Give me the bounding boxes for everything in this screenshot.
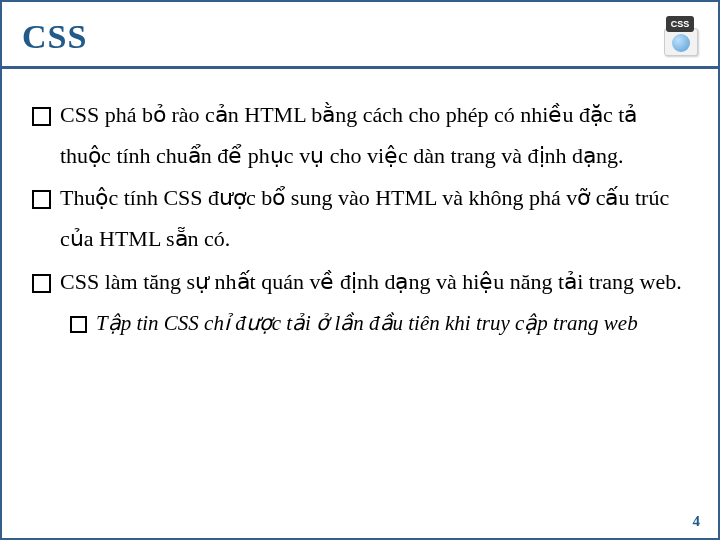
sub-bullet-list: Tập tin CSS chỉ được tải ở lần đầu tiên … <box>70 304 688 343</box>
css-badge: CSS <box>666 16 694 32</box>
bullet-list: CSS phá bỏ rào cản HTML bằng cách cho ph… <box>32 95 688 343</box>
slide-content: CSS phá bỏ rào cản HTML bằng cách cho ph… <box>2 69 718 343</box>
bullet-item: CSS làm tăng sự nhất quán về định dạng v… <box>32 262 688 344</box>
globe-shape <box>672 34 690 52</box>
slide-header: CSS CSS <box>2 2 718 69</box>
bullet-item: Thuộc tính CSS được bổ sung vào HTML và … <box>32 178 688 259</box>
slide-title: CSS <box>22 18 87 56</box>
bullet-item: CSS phá bỏ rào cản HTML bằng cách cho ph… <box>32 95 688 176</box>
bullet-text: CSS làm tăng sự nhất quán về định dạng v… <box>60 269 682 294</box>
css-file-icon: CSS <box>652 16 698 58</box>
sub-bullet-item: Tập tin CSS chỉ được tải ở lần đầu tiên … <box>70 304 688 343</box>
page-number: 4 <box>693 513 701 530</box>
